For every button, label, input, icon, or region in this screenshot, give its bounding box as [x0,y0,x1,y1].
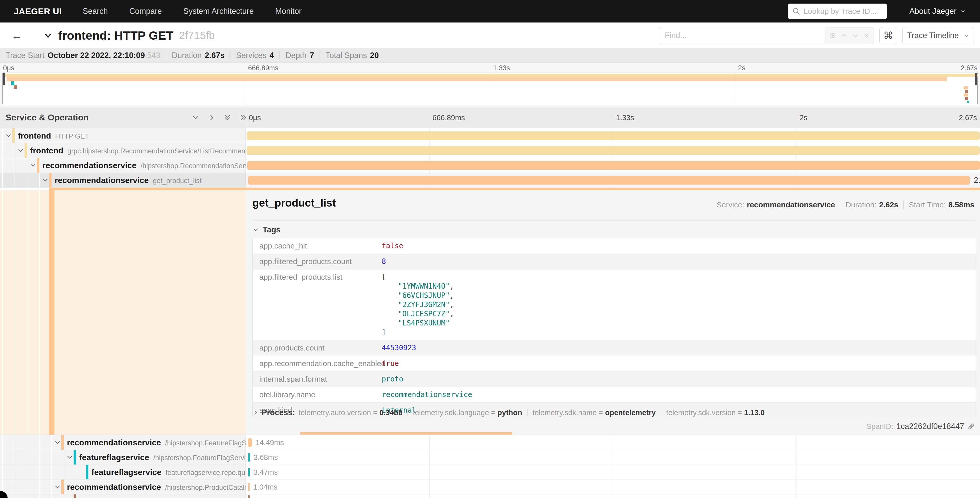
indent-guide [2,450,3,464]
clear-find-icon[interactable] [863,32,870,39]
keyboard-shortcuts-button[interactable]: ⌘ [879,27,897,44]
span-timeline-cell[interactable] [246,495,980,498]
indent-guide [39,173,40,187]
span-timeline-cell[interactable]: 3.47ms [246,465,980,480]
trace-id-lookup-input[interactable]: Lookup by Trace ID... [788,3,887,19]
span-row: featureflagservice/hipstershop.FeatureFl… [0,450,980,465]
nav-item-search[interactable]: Search [72,6,119,16]
span-duration-label: 3.68ms [253,453,278,461]
span-timeline-cell[interactable]: 3.68ms [246,450,980,465]
chevron-right-icon [252,410,259,416]
span-expand-chevron-icon[interactable] [17,147,24,154]
timeline-tick-label: 666.89ms [433,113,465,122]
collapse-one-icon[interactable] [192,113,200,122]
nav-item-compare[interactable]: Compare [119,6,173,16]
process-tag: telemetry.sdk.language=python [413,409,522,417]
span-row: recommendationservice/hipstershop.Produc… [0,480,980,495]
minimap-span-mark [11,81,14,85]
span-timeline-cell[interactable]: 14.49ms [246,435,980,450]
column-resizer-handle[interactable] [240,115,242,121]
span-timeline-cell[interactable]: 2.62s [246,173,980,188]
timeline-gridline [430,495,430,498]
tag-key: internal.span.format [253,375,382,384]
indent-guide [2,435,3,450]
next-match-icon[interactable] [852,32,859,39]
span-name-column[interactable]: recommendationservice/hipstershop.Featur… [0,435,246,450]
span-duration-bar[interactable] [247,161,980,170]
copy-link-icon[interactable] [967,422,975,431]
timeline-tick-label: 2.67s [959,113,977,122]
timeline-gridline [613,435,613,450]
span-name-column[interactable]: recommendationservice/hipstershop.Produc… [0,480,246,495]
service-color-bar [37,158,39,172]
span-timeline-cell[interactable] [246,158,980,173]
tag-row[interactable]: app.products.count44530923 [253,340,976,356]
span-row: frontendgrpc.hipstershop.RecommendationS… [0,143,980,158]
focus-match-icon[interactable] [829,32,837,39]
process-row[interactable]: Process: telemetry.auto.version=0.34b0te… [252,408,765,417]
span-timeline-cell[interactable] [246,143,980,158]
timeline-gridline [613,450,613,464]
span-duration-bar[interactable] [248,468,250,477]
indent-guide [27,450,27,464]
minimap-right-scrubber[interactable] [975,73,977,85]
collapse-trace-chevron-icon[interactable] [43,31,52,40]
span-name-column[interactable]: featureflagservice/hipstershop.FeatureFl… [0,450,246,465]
span-duration-bar[interactable] [248,483,250,492]
span-expand-chevron-icon[interactable] [54,439,61,446]
lookup-placeholder: Lookup by Trace ID... [804,7,877,16]
span-operation-name: /hipstershop.FeatureFlagService... [165,439,246,447]
span-name-column[interactable]: recommendationservice/hipstershop.Recomm… [0,158,246,173]
minimap-canvas[interactable] [2,73,978,104]
tag-row[interactable]: app.filtered_products.list["1YMWWN1N4O",… [253,270,976,340]
span-duration-bar[interactable] [247,146,980,155]
span-service-name: recommendationservice/hipstershop.Produc… [67,482,246,492]
span-timeline-cell[interactable] [246,128,980,143]
minimap-left-scrubber[interactable] [3,73,5,85]
tag-key: app.filtered_products.count [253,257,382,266]
span-expand-chevron-icon[interactable] [29,162,37,169]
find-input[interactable]: Find... [659,27,825,44]
span-duration-bar[interactable] [248,495,250,498]
span-expand-chevron-icon[interactable] [54,484,61,491]
indent-guide [2,465,3,479]
tag-row[interactable]: app.filtered_products.count8 [253,254,976,270]
collapse-all-icon[interactable] [223,113,231,122]
span-duration-bar[interactable] [248,453,250,462]
expand-one-icon[interactable] [207,113,216,122]
about-jaeger-menu[interactable]: About Jaeger [910,6,966,16]
span-timeline-cell[interactable]: 1.04ms [246,480,980,495]
tag-value: true [382,359,399,368]
tag-row[interactable]: app.cache_hitfalse [253,238,976,254]
span-duration-bar[interactable] [248,438,252,447]
span-name-column[interactable]: frontendHTTP GET [0,128,246,143]
span-name-column[interactable]: recommendationserviceget_product_list [0,173,246,188]
span-expand-chevron-icon[interactable] [41,177,49,184]
tag-row[interactable]: otel.library.namerecommendationservice [253,387,976,403]
trace-view-select[interactable]: Trace Timeline [902,27,974,44]
span-expand-chevron-icon[interactable] [5,132,12,139]
minimap-tick-label: 2.67s [961,64,977,72]
back-button[interactable]: ← [0,22,34,48]
nav-item-monitor[interactable]: Monitor [264,6,312,16]
app-brand[interactable]: JAEGER UI [14,6,62,16]
find-box: Find... [659,27,874,44]
span-operation-name: /hipstershop.FeatureFlagService/Ge... [153,454,246,461]
jaeger-trace-page: JAEGER UI SearchCompareSystem Architectu… [0,0,980,498]
span-name-column[interactable]: featureflagservicefeatureflagservice.rep… [0,465,246,480]
summary-divider [320,52,320,59]
span-duration-bar[interactable] [247,131,980,140]
span-duration-label: 2.62s [974,176,980,185]
span-name-column[interactable] [0,495,246,498]
tag-row[interactable]: app.recommendation.cache_enabledtrue [253,356,976,372]
tags-section-toggle[interactable]: Tags [252,225,976,235]
service-color-bar [24,143,27,158]
minimap-span-mark [967,101,969,103]
tag-row[interactable]: internal.span.formatproto [253,372,976,387]
span-duration-bar[interactable] [248,176,970,185]
prev-match-icon[interactable] [840,32,848,39]
indent-guide [39,480,40,494]
nav-item-system-architecture[interactable]: System Architecture [173,6,265,16]
span-name-column[interactable]: frontendgrpc.hipstershop.RecommendationS… [0,143,246,158]
span-expand-chevron-icon[interactable] [66,454,73,461]
